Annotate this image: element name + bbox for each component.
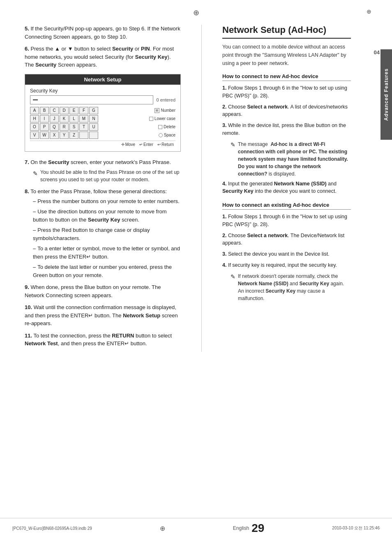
key-E[interactable]: E [69,107,78,114]
return-icon: ↩ [157,142,161,147]
step-7-text: On the Security screen, enter your netwo… [30,159,171,165]
key-H[interactable]: H [30,115,39,122]
key-K[interactable]: K [60,115,69,122]
right-step-1-4-num: 4. [222,181,226,187]
key-A[interactable]: A [30,107,39,114]
key-W[interactable]: W [40,132,49,139]
key-Z[interactable]: Z [69,132,78,139]
section-intro: You can connect to a mobile device witho… [222,43,351,67]
key-S[interactable]: S [69,123,78,131]
right-step-1-1-text: Follow Steps 1 through 6 in the "How to … [222,85,347,99]
step-11-text: To test the connection, press the RETURN… [25,333,172,347]
step-6: 6. Press the ▲ or ▼ button to select Sec… [25,45,181,69]
right-column: Network Setup (Ad-Hoc) You can connect t… [222,25,367,352]
key-B[interactable]: B [40,107,49,114]
kb-row-1: A B C D E F G ⊞ Number [30,107,175,114]
keyboard-grid: A B C D E F G ⊞ Number [30,107,175,139]
key-blank2[interactable] [89,132,98,139]
entered-text: 0 entered [157,97,175,102]
key-T[interactable]: T [79,123,88,131]
kb-row-3-keys: O P Q R S T U [30,123,156,131]
footer-left-text: [PC670_W-Euro]BN68-02695A-L09.indb 29 [12,526,92,531]
step-5: 5. If the Security/PIN pop-up appears, g… [25,25,181,41]
step-6-text: Press the ▲ or ▼ button to select Securi… [25,46,174,68]
right-step-2-2-text: Choose Select a network. The Device/Netw… [222,233,344,246]
footer-center: ⊕ [160,525,165,532]
key-blank1[interactable] [79,132,88,139]
option-lowercase-label: Lower case [154,116,175,121]
right-step-1-3-text: While in the device list, press the Blue… [222,122,346,136]
top-compass-icon: ⊕ [193,8,199,17]
kb-bottom-row: ✛ Move ↵ Enter ↩ Return [30,141,175,148]
option-number-label: Number [161,108,175,113]
footer-right-text: 2010-03-10 오전 11:25:46 [332,525,380,531]
right-step-2-3-num: 3. [222,251,226,257]
step-7: 7. On the Security screen, enter your ne… [25,158,181,184]
key-X[interactable]: X [50,132,59,139]
english-label: English [233,525,249,531]
step-8-text: To enter the Pass Phrase, follow these g… [30,188,167,194]
kb-row-4: V W X Y Z Space [30,132,175,139]
note-icon-7: ✎ [33,169,38,183]
section2-note-text: If network doesn't operate normally, che… [238,273,351,302]
subsection-1-title: How to connect to new Ad-hoc device [222,73,351,81]
step-9-text: When done, press the Blue button on your… [25,284,161,298]
chapter-number: 04 [374,49,380,55]
key-R[interactable]: R [60,123,69,131]
kb-row-1-keys: A B C D E F G [30,107,152,114]
network-setup-box: Network Setup Security Key 0 entered [25,74,181,152]
key-Y[interactable]: Y [60,132,69,139]
input-field[interactable] [30,95,153,104]
move-label: Move [125,142,135,147]
page-container: ⊕ ⊕ Advanced Features 04 5. If the Secur… [0,0,392,543]
right-step-1-1-num: 1. [222,85,226,91]
step-8: 8. To enter the Pass Phrase, follow thes… [25,187,181,279]
right-step-1-2-text: Choose Select a network. A list of devic… [222,104,348,118]
right-step-1-2: 2. Choose Select a network. A list of de… [222,103,351,119]
key-D[interactable]: D [60,107,69,114]
key-L[interactable]: L [69,115,78,122]
enter-label: Enter [143,142,153,147]
nav-return: ↩ Return [157,142,174,147]
key-U[interactable]: U [89,123,98,131]
step-7-note: ✎ You should be able to find the Pass Ph… [33,169,181,183]
key-Q[interactable]: Q [50,123,59,131]
move-icon: ✛ [121,142,125,147]
step-9: 9. When done, press the Blue button on y… [25,283,181,299]
step-10-text: Wait until the connection confirmation m… [25,304,178,326]
key-N[interactable]: N [89,115,98,122]
right-step-2-2-num: 2. [222,233,226,238]
key-I[interactable]: I [40,115,49,122]
kb-row-2-keys: H I J K L M N [30,115,147,122]
step-10-number: 10. [25,304,32,310]
right-step-1-4-text: Input the generated Network Name (SSID) … [222,181,337,194]
key-V[interactable]: V [30,132,39,139]
key-G[interactable]: G [89,107,98,114]
option-delete: Delete [158,125,175,129]
note-icon-s2: ✎ [231,273,235,302]
option-space-label: Space [164,133,175,137]
number-icon: ⊞ [154,108,159,113]
key-M[interactable]: M [79,115,88,122]
step-10: 10. Wait until the connection confirmati… [25,303,181,328]
key-O[interactable]: O [30,123,39,131]
substep-8-5: –To delete the last letter or number you… [33,263,181,279]
right-step-1-2-num: 2. [222,104,226,110]
return-label: Return [161,142,174,147]
network-box-title: Network Setup [25,74,180,85]
security-key-label: Security Key [30,88,175,94]
key-P[interactable]: P [40,123,49,131]
note-icon-s1: ✎ [231,141,235,178]
chapter-tab-label: Advanced Features [383,68,389,121]
network-box-inner: Security Key 0 entered A B [25,85,180,151]
step-6-number: 6. [25,46,29,52]
option-delete-label: Delete [164,125,175,129]
key-J[interactable]: J [50,115,59,122]
enter-icon: ↵ [139,142,143,147]
nav-move: ✛ Move [121,142,135,147]
key-C[interactable]: C [50,107,59,114]
substep-8-2: –Use the direction buttons on your remot… [33,208,181,224]
step-5-text: If the Security/PIN pop-up appears, go t… [25,25,180,40]
key-F[interactable]: F [79,107,88,114]
step-9-number: 9. [25,284,29,290]
